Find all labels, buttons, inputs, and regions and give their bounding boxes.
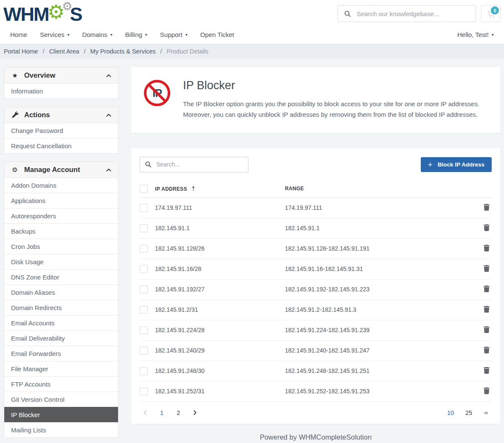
cell-range: 182.145.91.224-182.145.91.239 xyxy=(285,327,475,333)
cell-ip-address: 182.145.91.240/29 xyxy=(155,347,285,354)
page-size-all[interactable]: ∞ xyxy=(484,409,488,416)
cell-range: 182.145.91.240-182.145.91.247 xyxy=(285,347,475,354)
delete-ip-button[interactable] xyxy=(481,386,492,397)
wrench-icon xyxy=(11,111,19,119)
main-nav: Home Services ▾ Domains ▾ Billing ▾ Supp… xyxy=(3,25,501,44)
nav-item-billing[interactable]: Billing ▾ xyxy=(125,31,147,38)
sidebar-item-email-forwarders[interactable]: Email Forwarders xyxy=(4,346,118,361)
nav-item-domains[interactable]: Domains ▾ xyxy=(82,31,113,38)
page-number-1[interactable]: 1 xyxy=(160,409,163,416)
whmcompletesolution-link[interactable]: WHMCompleteSolution xyxy=(299,433,372,441)
row-checkbox[interactable] xyxy=(140,367,148,375)
chevron-right-icon[interactable] xyxy=(193,410,197,415)
cell-range: 182.145.91.252-182.145.91.253 xyxy=(285,388,475,395)
sidebar-item-disk-usage[interactable]: Disk Usage xyxy=(4,254,118,269)
sidebar-item-backups[interactable]: Backups xyxy=(4,223,118,239)
trash-icon xyxy=(484,224,490,232)
breadcrumb-portal-home[interactable]: Portal Home xyxy=(4,48,38,55)
sidebar-item-change-password[interactable]: Change Password xyxy=(4,123,118,138)
user-menu-label: Hello, Test! xyxy=(457,31,489,38)
row-checkbox[interactable] xyxy=(140,387,148,395)
sidebar-item-cron-jobs[interactable]: Cron Jobs xyxy=(4,239,118,254)
panel-manage-account-header[interactable]: ⚙ Manage Account xyxy=(4,162,118,178)
nav-item-support[interactable]: Support ▾ xyxy=(160,31,188,38)
breadcrumb-separator: / xyxy=(160,48,162,55)
delete-ip-button[interactable] xyxy=(481,345,492,356)
page-number-2[interactable]: 2 xyxy=(177,409,180,416)
cell-range: 182.145.91.1 xyxy=(285,225,475,231)
delete-ip-button[interactable] xyxy=(481,223,492,234)
sidebar-item-git-version-control[interactable]: Git Version Control xyxy=(4,392,118,407)
column-label: IP ADDRESS xyxy=(155,186,187,192)
sidebar-item-applications[interactable]: Applications xyxy=(4,193,118,208)
table-search-input[interactable] xyxy=(140,157,248,172)
knowledgebase-search xyxy=(338,5,476,22)
sidebar-item-domain-aliases[interactable]: Domain Aliases xyxy=(4,285,118,300)
row-checkbox[interactable] xyxy=(140,245,148,253)
page-size-25[interactable]: 25 xyxy=(465,409,472,416)
header-right: 0 xyxy=(338,3,501,22)
user-menu[interactable]: Hello, Test! ▾ xyxy=(457,31,494,38)
delete-ip-button[interactable] xyxy=(481,305,492,315)
nav-label: Services xyxy=(40,31,65,38)
breadcrumb-client-area[interactable]: Client Area xyxy=(49,48,79,55)
row-checkbox[interactable] xyxy=(140,224,148,232)
delete-ip-button[interactable] xyxy=(481,284,492,295)
column-header-range[interactable]: RANGE xyxy=(285,186,475,192)
sidebar-item-dns-zone-editor[interactable]: DNS Zone Editor xyxy=(4,269,118,285)
cart-button[interactable]: 0 xyxy=(481,5,501,22)
sidebar-item-addon-domains[interactable]: Addon Domains xyxy=(4,178,118,193)
sidebar-item-ftp-accounts[interactable]: FTP Accounts xyxy=(4,376,118,392)
sidebar-item-domain-redirects[interactable]: Domain Redirects xyxy=(4,300,118,315)
row-checkbox[interactable] xyxy=(140,326,148,334)
sidebar-item-ip-blocker[interactable]: IP Blocker xyxy=(4,407,118,422)
column-header-ip-address[interactable]: IP ADDRESS↑ xyxy=(155,185,285,192)
row-checkbox[interactable] xyxy=(140,265,148,273)
sidebar-item-request-cancellation[interactable]: Request Cancellation xyxy=(4,138,118,153)
sidebar-item-mailing-lists[interactable]: Mailing Lists xyxy=(4,422,118,437)
sidebar-item-email-deliverability[interactable]: Email Deliverability xyxy=(4,330,118,346)
panel-actions-header[interactable]: Actions xyxy=(4,107,118,123)
table-row: 182.145.91.2/31 182.145.91.2-182.145.91.… xyxy=(140,300,492,320)
row-checkbox[interactable] xyxy=(140,285,148,293)
sidebar-item-file-manager[interactable]: File Manager xyxy=(4,361,118,376)
row-checkbox[interactable] xyxy=(140,306,148,314)
sidebar-item-email-accounts[interactable]: Email Accounts xyxy=(4,315,118,330)
header-top: WHM ⚙ ⚙ S 0 xyxy=(3,3,501,25)
table-row: 182.145.91.252/31 182.145.91.252-182.145… xyxy=(140,381,492,402)
chevron-left-icon[interactable] xyxy=(143,410,147,415)
table-row: 182.145.91.240/29 182.145.91.240-182.145… xyxy=(140,341,492,361)
breadcrumb-my-products-services[interactable]: My Products & Services xyxy=(90,48,156,55)
delete-ip-button[interactable] xyxy=(481,243,492,254)
cell-ip-address: 182.145.91.192/27 xyxy=(155,286,285,293)
nav-item-home[interactable]: Home xyxy=(10,31,27,38)
trash-icon xyxy=(484,245,490,253)
delete-ip-button[interactable] xyxy=(481,325,492,336)
panel-overview: ★ Overview Information xyxy=(4,67,118,99)
delete-ip-button[interactable] xyxy=(481,366,492,376)
delete-ip-button[interactable] xyxy=(481,203,492,213)
nav-label: Open Ticket xyxy=(200,31,234,38)
trash-icon xyxy=(484,347,490,355)
row-checkbox[interactable] xyxy=(140,347,148,355)
nav-item-services[interactable]: Services ▾ xyxy=(40,31,70,38)
powered-by-text: Powered by xyxy=(260,433,297,441)
caret-down-icon: ▾ xyxy=(68,32,70,37)
breadcrumb: Portal Home / Client Area / My Products … xyxy=(0,44,504,59)
delete-ip-button[interactable] xyxy=(481,264,492,274)
star-icon: ★ xyxy=(11,72,19,79)
panel-overview-header[interactable]: ★ Overview xyxy=(4,68,118,83)
sidebar-item-information[interactable]: Information xyxy=(4,83,118,99)
whmcs-logo[interactable]: WHM ⚙ ⚙ S xyxy=(3,3,82,25)
block-ip-address-button[interactable]: + Block IP Address xyxy=(421,157,492,172)
page-size-10[interactable]: 10 xyxy=(447,409,454,416)
page-controls: 1 2 xyxy=(143,409,197,416)
select-all-checkbox[interactable] xyxy=(140,185,148,193)
cell-range: 182.145.91.16-182.145.91.31 xyxy=(285,265,475,272)
row-checkbox[interactable] xyxy=(140,204,148,212)
nav-item-open-ticket[interactable]: Open Ticket xyxy=(200,31,234,38)
table-row: 182.145.91.1 182.145.91.1 xyxy=(140,218,492,239)
nav-label: Billing xyxy=(125,31,142,38)
sidebar-item-autoresponders[interactable]: Autoresponders xyxy=(4,208,118,223)
knowledgebase-search-input[interactable] xyxy=(338,5,476,22)
